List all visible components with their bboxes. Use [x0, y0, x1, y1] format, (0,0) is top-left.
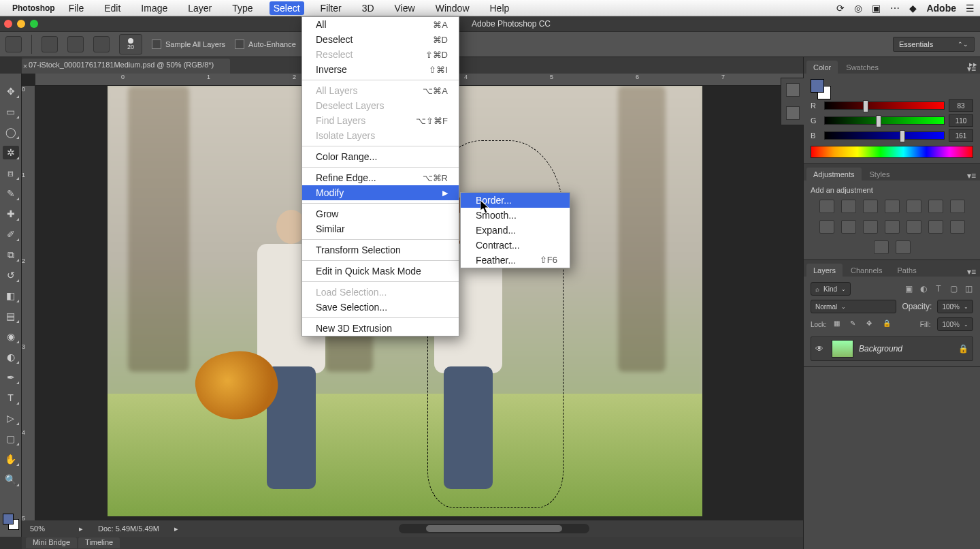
- channel-mixer-icon[interactable]: [863, 220, 878, 234]
- filter-pixel-icon[interactable]: ▣: [904, 284, 913, 294]
- foreground-color-swatch[interactable]: [3, 514, 14, 524]
- history-brush-tool[interactable]: ↺: [3, 268, 19, 282]
- window-close-button[interactable]: [4, 20, 12, 28]
- color-swatch-pair[interactable]: [811, 79, 831, 99]
- shape-tool[interactable]: ▢: [3, 432, 19, 445]
- move-tool[interactable]: ✥: [3, 84, 19, 98]
- window-minimize-button[interactable]: [17, 20, 25, 28]
- fill-field[interactable]: 100%⌄: [937, 317, 973, 331]
- menu-item-refine-edge[interactable]: Refine Edge...⌥⌘R: [302, 170, 459, 185]
- eyedropper-tool[interactable]: ✎: [3, 187, 19, 200]
- panel-menu-icon[interactable]: ▾≡: [967, 267, 980, 277]
- opacity-field[interactable]: 100%⌄: [937, 300, 973, 313]
- properties-panel-icon[interactable]: [786, 106, 800, 120]
- panel-flyout-icon[interactable]: ▸▸: [969, 60, 977, 69]
- screen-icon[interactable]: ▣: [872, 3, 881, 14]
- menu-filter[interactable]: Filter: [316, 1, 346, 15]
- color-spectrum[interactable]: [811, 146, 973, 158]
- lock-all-icon[interactable]: 🔒: [883, 319, 892, 329]
- color-balance-icon[interactable]: [950, 200, 965, 213]
- hand-tool[interactable]: ✋: [3, 452, 19, 466]
- submenu-border[interactable]: Border...: [461, 193, 570, 208]
- horizontal-scrollbar[interactable]: [399, 524, 589, 533]
- posterize-icon[interactable]: [928, 220, 943, 234]
- selection-new-icon[interactable]: [42, 36, 58, 52]
- lasso-tool[interactable]: ◯: [3, 125, 19, 139]
- menu-edit[interactable]: Edit: [100, 1, 125, 15]
- menu-item-find-layers[interactable]: Find Layers⌥⇧⌘F: [302, 113, 459, 128]
- blur-tool[interactable]: ◉: [3, 330, 19, 343]
- app-name[interactable]: Photoshop: [12, 3, 55, 13]
- layer-filter-kind[interactable]: ⌕ Kind ⌄: [811, 282, 851, 296]
- tab-paths[interactable]: Paths: [891, 264, 924, 277]
- quick-selection-tool[interactable]: ✲: [3, 146, 19, 159]
- r-value[interactable]: 83: [949, 99, 973, 112]
- b-slider[interactable]: [824, 131, 945, 140]
- gradient-map-icon[interactable]: [874, 240, 889, 254]
- ruler-vertical[interactable]: 0 1 2 3 4 5: [22, 86, 35, 520]
- b-value[interactable]: 161: [949, 129, 973, 142]
- document-tab[interactable]: × 07-iStock_000017617181Medium.psd @ 50%…: [22, 59, 230, 74]
- exposure-icon[interactable]: [885, 200, 900, 213]
- tool-preset-icon[interactable]: [5, 36, 22, 52]
- zoom-caret-icon[interactable]: ▸: [79, 524, 83, 533]
- menu-item-quick-mask[interactable]: Edit in Quick Mask Mode: [302, 264, 459, 279]
- menu-select[interactable]: Select: [270, 1, 304, 15]
- g-slider[interactable]: [824, 116, 945, 125]
- selection-add-icon[interactable]: [67, 36, 84, 52]
- gradient-tool[interactable]: ▤: [3, 309, 19, 323]
- brush-size-picker[interactable]: 20: [119, 34, 142, 54]
- filter-type-icon[interactable]: T: [934, 284, 943, 294]
- menu-item-transform-selection[interactable]: Transform Selection: [302, 242, 459, 257]
- menu-file[interactable]: File: [65, 1, 88, 15]
- dodge-tool[interactable]: ◐: [3, 350, 19, 364]
- filter-smart-icon[interactable]: ◫: [964, 284, 973, 294]
- invert-icon[interactable]: [906, 220, 921, 234]
- brush-tool[interactable]: ✐: [3, 228, 19, 241]
- tab-mini-bridge[interactable]: Mini Bridge: [26, 537, 77, 548]
- menu-window[interactable]: Window: [431, 1, 474, 15]
- menu-extras-icon[interactable]: ☰: [966, 3, 975, 14]
- menu-type[interactable]: Type: [228, 1, 257, 15]
- menu-image[interactable]: Image: [137, 1, 172, 15]
- clone-stamp-tool[interactable]: ⧉: [3, 248, 19, 262]
- filter-adjust-icon[interactable]: ◐: [919, 284, 928, 294]
- layer-lock-icon[interactable]: 🔒: [958, 344, 968, 354]
- doc-caret-icon[interactable]: ▸: [174, 524, 178, 533]
- menu-item-deselect[interactable]: Deselect⌘D: [302, 32, 459, 47]
- lock-transparent-icon[interactable]: ▦: [834, 319, 843, 329]
- levels-icon[interactable]: [841, 200, 856, 213]
- menu-item-isolate-layers[interactable]: Isolate Layers: [302, 128, 459, 143]
- healing-brush-tool[interactable]: ✚: [3, 207, 19, 221]
- menu-item-inverse[interactable]: Inverse⇧⌘I: [302, 62, 459, 77]
- tab-adjustments[interactable]: Adjustments: [806, 168, 862, 181]
- menu-item-similar[interactable]: Similar: [302, 221, 459, 236]
- layer-row-background[interactable]: 👁 Background 🔒: [811, 336, 973, 361]
- r-slider[interactable]: [824, 101, 945, 110]
- more-icon[interactable]: ⋯: [890, 3, 900, 14]
- threshold-icon[interactable]: [950, 220, 965, 234]
- foreground-background-swatch[interactable]: [3, 514, 19, 530]
- layer-name[interactable]: Background: [859, 344, 902, 354]
- selection-subtract-icon[interactable]: [93, 36, 110, 52]
- filter-shape-icon[interactable]: ▢: [949, 284, 958, 294]
- bw-icon[interactable]: [819, 220, 834, 234]
- tab-layers[interactable]: Layers: [806, 264, 843, 277]
- marquee-tool[interactable]: ▭: [3, 105, 19, 119]
- blend-mode-dropdown[interactable]: Normal ⌄: [811, 300, 896, 313]
- submenu-feather[interactable]: Feather...⇧F6: [461, 253, 570, 268]
- tab-timeline[interactable]: Timeline: [78, 537, 120, 548]
- g-value[interactable]: 110: [949, 114, 973, 127]
- menu-item-new-3d-extrusion[interactable]: New 3D Extrusion: [302, 321, 459, 336]
- menu-item-deselect-layers[interactable]: Deselect Layers: [302, 98, 459, 113]
- workspace-switcher[interactable]: Essentials ⌃⌄: [893, 37, 975, 52]
- menu-item-grow[interactable]: Grow: [302, 206, 459, 221]
- crop-tool[interactable]: ⧈: [3, 166, 19, 180]
- eraser-tool[interactable]: ◧: [3, 289, 19, 302]
- lock-position-icon[interactable]: ✥: [866, 319, 876, 329]
- menu-item-all-layers[interactable]: All Layers⌥⌘A: [302, 83, 459, 98]
- tab-color[interactable]: Color: [806, 61, 838, 74]
- selective-color-icon[interactable]: [896, 240, 911, 254]
- pen-tool[interactable]: ✒: [3, 371, 19, 384]
- panel-menu-icon[interactable]: ▾≡: [967, 171, 980, 181]
